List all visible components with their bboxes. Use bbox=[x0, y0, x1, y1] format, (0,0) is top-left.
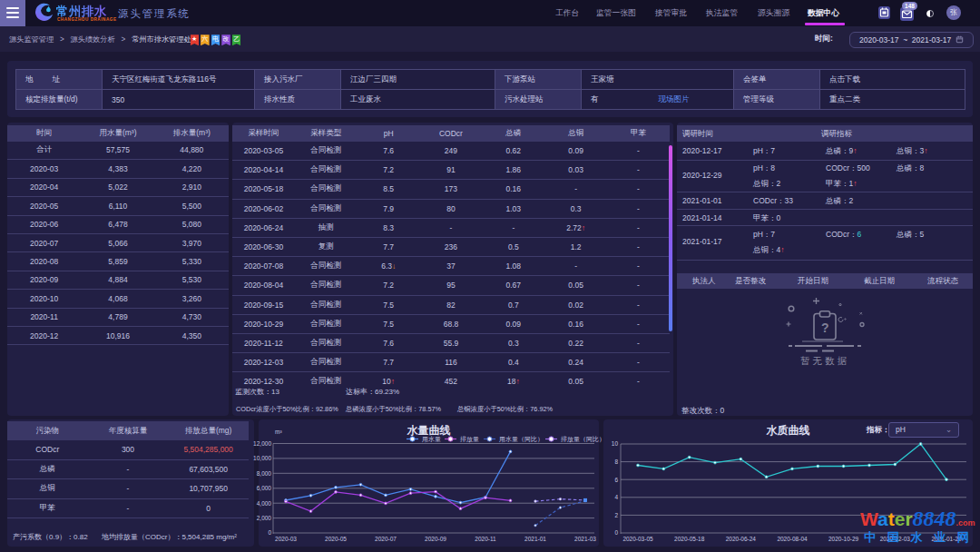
svg-text:排放量（同比）: 排放量（同比） bbox=[561, 436, 605, 443]
svg-text:m³: m³ bbox=[275, 429, 282, 435]
svg-text:8: 8 bbox=[614, 458, 618, 465]
svg-text:6: 6 bbox=[614, 477, 618, 483]
svg-text:2020-09: 2020-09 bbox=[425, 536, 446, 542]
svg-text:8,000: 8,000 bbox=[257, 470, 272, 477]
svg-text:2020-03-05: 2020-03-05 bbox=[622, 536, 653, 542]
svg-text:2020-10-29: 2020-10-29 bbox=[828, 536, 859, 542]
svg-text:2020-11: 2020-11 bbox=[475, 536, 496, 542]
svg-text:0: 0 bbox=[268, 529, 271, 536]
svg-text:?: ? bbox=[821, 320, 829, 335]
svg-text:4,000: 4,000 bbox=[257, 500, 272, 507]
svg-text:用水量（同比）: 用水量（同比） bbox=[499, 436, 544, 443]
svg-text:2021-01: 2021-01 bbox=[524, 536, 546, 542]
svg-text:4: 4 bbox=[614, 494, 618, 500]
svg-text:2020-06-24: 2020-06-24 bbox=[726, 536, 757, 542]
svg-text:6,000: 6,000 bbox=[257, 485, 272, 491]
svg-text:排放量: 排放量 bbox=[460, 436, 479, 443]
svg-text:2020-03: 2020-03 bbox=[275, 536, 297, 542]
svg-text:10: 10 bbox=[612, 440, 619, 447]
svg-text:2020-05-18: 2020-05-18 bbox=[674, 536, 705, 542]
svg-text:2021-03: 2021-03 bbox=[574, 536, 596, 542]
svg-text:2020-05: 2020-05 bbox=[325, 536, 347, 542]
svg-text:用水量: 用水量 bbox=[422, 436, 441, 443]
svg-text:2,000: 2,000 bbox=[257, 515, 272, 521]
svg-text:2: 2 bbox=[614, 512, 618, 518]
svg-text:10,000: 10,000 bbox=[253, 455, 271, 461]
svg-text:2020-07: 2020-07 bbox=[375, 536, 397, 542]
svg-text:0: 0 bbox=[614, 529, 618, 536]
svg-text:12,000: 12,000 bbox=[253, 440, 271, 447]
svg-text:2020-08-04: 2020-08-04 bbox=[777, 536, 808, 542]
